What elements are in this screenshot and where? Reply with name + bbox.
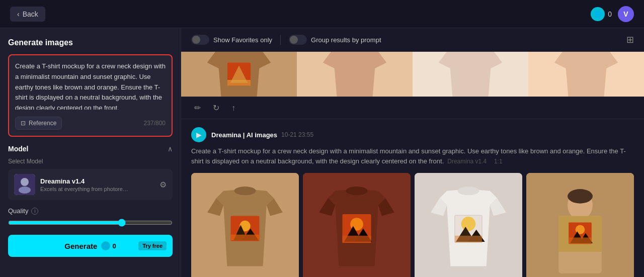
back-label: Back [23,10,38,18]
svg-point-2 [19,187,31,194]
generate-label: Generate [64,242,97,250]
right-panel: Show Favorites only Group results by pro… [181,28,644,277]
svg-rect-6 [227,80,251,86]
avatar[interactable]: V [618,6,634,22]
result-prompt-text: Create a T-shirt mockup for a crew neck … [191,146,634,166]
model-avatar [14,174,35,195]
preview-thumb-4[interactable] [528,52,644,97]
try-free-badge: Try free [138,241,167,250]
prompt-footer: ⊡ Reference 237/800 [15,117,166,130]
svg-point-11 [234,187,256,195]
reference-label: Reference [29,120,56,127]
topbar-right: 🌐 0 V [591,6,634,22]
model-desc: Excels at everything from photoreali... [40,186,131,192]
result-timestamp: 10-21 23:55 [281,131,313,138]
svg-point-1 [21,178,29,186]
svg-rect-16 [230,235,259,240]
model-card[interactable]: Dreamina v1.4 Excels at everything from … [8,169,173,200]
back-arrow-icon: ‹ [17,10,20,18]
controls-bar: Show Favorites only Group results by pro… [181,28,644,52]
model-settings-icon[interactable]: ⚙ [159,180,167,190]
model-info: Dreamina v1.4 Excels at everything from … [40,177,154,192]
reference-icon: ⊡ [21,120,26,127]
model-section-label: Model [8,145,28,153]
result-image-1[interactable] [191,173,299,277]
quality-info-icon[interactable]: i [31,208,38,215]
upload-button-top[interactable]: ↑ [228,102,238,115]
toggle-knob-2 [290,36,298,44]
result-block: ▶ Dreamina | AI images 10-21 23:55 Creat… [181,119,644,277]
preview-thumb-1[interactable] [181,52,297,97]
show-favorites-label: Show Favorites only [213,36,272,44]
grid-view-icon[interactable]: ⊞ [626,34,634,45]
top-action-row: ✏ ↻ ↑ [181,97,644,119]
svg-rect-40 [569,237,592,244]
group-results-toggle[interactable] [289,35,307,45]
result-model-info: Dreamina v1.4 1:1 [446,158,507,165]
result-meta: Dreamina | AI images 10-21 23:55 [211,131,313,139]
prompt-input[interactable]: Create a T-shirt mockup for a crew neck … [15,61,166,110]
generate-button[interactable]: Generate 🌐 0 Try free [8,235,173,257]
chevron-up-icon[interactable]: ∧ [168,145,173,153]
model-avatar-image [14,174,35,195]
show-favorites-toggle-wrap: Show Favorites only [191,35,272,45]
svg-point-18 [346,187,368,195]
prompt-area-wrapper: Create a T-shirt mockup for a crew neck … [8,54,173,137]
svg-rect-23 [342,236,371,243]
refresh-button-top[interactable]: ↻ [210,101,222,115]
char-count: 237/800 [144,120,166,127]
credit-icon: 🌐 [591,7,605,21]
controls-divider [280,35,281,45]
result-header: ▶ Dreamina | AI images 10-21 23:55 [191,127,634,142]
gen-credit: 🌐 0 [101,241,116,250]
show-favorites-toggle[interactable] [191,35,209,45]
quality-row: Quality i [8,207,173,215]
image-grid [191,173,634,277]
model-name: Dreamina v1.4 [40,177,154,185]
result-source: Dreamina | AI images [211,131,277,139]
quality-label: Quality [8,207,28,215]
left-panel: Generate images Create a T-shirt mockup … [0,28,181,277]
reference-button[interactable]: ⊡ Reference [15,117,62,130]
quality-slider[interactable] [8,219,173,227]
select-model-label: Select Model [8,158,173,165]
svg-point-25 [458,187,479,195]
main-layout: Generate images Create a T-shirt mockup … [0,28,644,277]
preview-strip [181,52,644,97]
result-image-4[interactable] [526,173,634,277]
panel-title: Generate images [8,38,173,47]
svg-point-34 [568,189,593,204]
result-image-2[interactable] [303,173,411,277]
gen-credit-count: 0 [112,242,116,250]
preview-thumb-3[interactable] [413,52,528,97]
edit-button-top[interactable]: ✏ [191,101,204,115]
svg-rect-30 [455,236,482,243]
back-button[interactable]: ‹ Back [10,7,45,22]
credit-count: 0 [608,10,612,18]
preview-thumb-2[interactable] [297,52,413,97]
model-section-header: Model ∧ [8,145,173,153]
svg-point-27 [461,217,476,231]
topbar: ‹ Back 🌐 0 V [0,0,644,28]
result-image-3[interactable] [415,173,522,277]
group-results-toggle-wrap: Group results by prompt [289,35,381,45]
group-results-label: Group results by prompt [311,36,381,44]
ai-avatar: ▶ [191,127,206,142]
gen-credit-icon: 🌐 [101,241,110,250]
toggle-knob [192,36,200,44]
